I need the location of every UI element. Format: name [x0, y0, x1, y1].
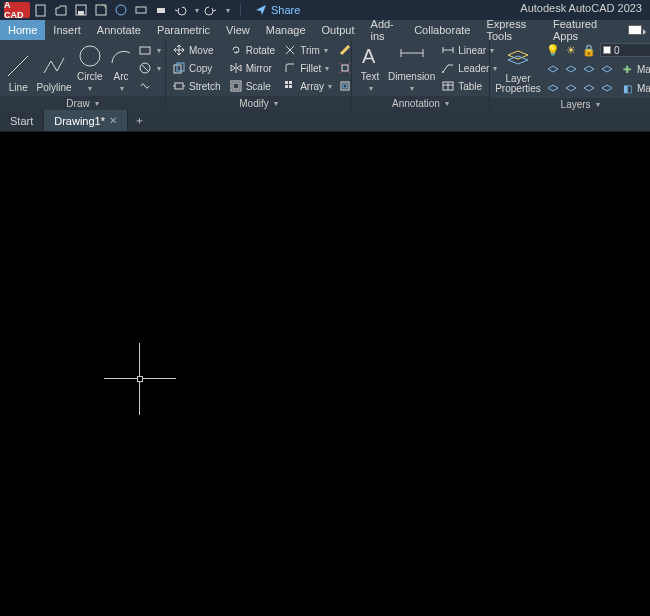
- fillet-button[interactable]: Fillet▾: [281, 60, 334, 76]
- undo-icon[interactable]: [174, 3, 188, 17]
- panel-annotation: A Text▾ Dimension▾ Linear▾ Leader▾ Table…: [352, 40, 490, 110]
- explode-icon[interactable]: [338, 61, 352, 75]
- app-logo[interactable]: A CAD: [4, 2, 30, 18]
- offset-icon[interactable]: [338, 79, 352, 93]
- svg-rect-0: [36, 5, 45, 16]
- layicon-7[interactable]: [582, 81, 596, 95]
- polyline-label: Polyline: [36, 82, 71, 93]
- svg-rect-22: [341, 82, 349, 90]
- panel-draw: Line Polyline Circle▾ Arc▾ ▾ ▾ Draw▾: [0, 40, 166, 110]
- layicon-2[interactable]: [564, 62, 578, 76]
- make-button[interactable]: ✚Make: [618, 62, 650, 76]
- close-tab-icon[interactable]: ✕: [109, 115, 117, 126]
- tab-express[interactable]: Express Tools: [478, 20, 545, 40]
- svg-point-4: [116, 5, 126, 15]
- app-title: Autodesk AutoCAD 2023: [520, 2, 642, 14]
- layicon-1[interactable]: [546, 62, 560, 76]
- layicon-4[interactable]: [600, 62, 614, 76]
- text-button[interactable]: A Text▾: [356, 43, 384, 93]
- panel-layers: Layer Properties 💡 ☀ 🔒 0 ✚: [490, 40, 650, 110]
- svg-point-31: [442, 71, 444, 73]
- svg-rect-5: [136, 7, 146, 13]
- circle-button[interactable]: Circle▾: [76, 43, 104, 93]
- undo-dropdown[interactable]: ▾: [195, 6, 199, 15]
- polyline-button[interactable]: Polyline: [36, 43, 71, 93]
- svg-rect-15: [233, 83, 239, 89]
- line-label: Line: [9, 82, 28, 93]
- panel-annotation-label[interactable]: Annotation▾: [352, 96, 489, 110]
- array-button[interactable]: Array▾: [281, 78, 334, 94]
- layicon-5[interactable]: [546, 81, 560, 95]
- svg-line-7: [8, 56, 28, 76]
- panel-layers-label[interactable]: Layers▾: [490, 98, 650, 110]
- svg-rect-23: [343, 84, 347, 88]
- stretch-button[interactable]: Stretch: [170, 78, 223, 94]
- bulb-icon[interactable]: 💡: [546, 43, 560, 57]
- quick-access-toolbar: ▾ ▾ Share: [34, 3, 300, 17]
- save-icon[interactable]: [74, 3, 88, 17]
- plot-icon[interactable]: [134, 3, 148, 17]
- drawing-canvas[interactable]: [0, 132, 650, 616]
- svg-rect-9: [140, 47, 150, 54]
- ellipse-icon[interactable]: [138, 79, 152, 93]
- tab-output[interactable]: Output: [314, 20, 363, 40]
- title-bar: A CAD ▾ ▾ Share Autodesk AutoCAD 2023: [0, 0, 650, 20]
- share-button[interactable]: Share: [255, 4, 300, 16]
- tab-extra[interactable]: [614, 20, 650, 40]
- tab-addins[interactable]: Add-ins: [363, 20, 407, 40]
- svg-point-8: [80, 46, 100, 66]
- panel-modify-label[interactable]: Modify▾: [166, 96, 351, 110]
- move-button[interactable]: Move: [170, 42, 223, 58]
- rotate-button[interactable]: Rotate: [227, 42, 277, 58]
- lock-icon[interactable]: 🔒: [582, 43, 596, 57]
- redo-dropdown[interactable]: ▾: [226, 6, 230, 15]
- tab-parametric[interactable]: Parametric: [149, 20, 218, 40]
- sun-icon[interactable]: ☀: [564, 43, 578, 57]
- document-tabs: Start Drawing1*✕ ＋: [0, 110, 650, 132]
- hatch-icon[interactable]: [138, 61, 152, 75]
- layer-color-swatch: [603, 46, 611, 54]
- layer-properties-button[interactable]: Layer Properties: [494, 44, 542, 94]
- erase-icon[interactable]: [338, 43, 352, 57]
- add-tab-button[interactable]: ＋: [128, 110, 152, 131]
- new-icon[interactable]: [34, 3, 48, 17]
- tab-insert[interactable]: Insert: [45, 20, 89, 40]
- layicon-8[interactable]: [600, 81, 614, 95]
- tab-home[interactable]: Home: [0, 20, 45, 40]
- ribbon-tabs: Home Insert Annotate Parametric View Man…: [0, 20, 650, 40]
- line-button[interactable]: Line: [4, 43, 32, 93]
- redo-icon[interactable]: [205, 3, 219, 17]
- trim-button[interactable]: Trim▾: [281, 42, 334, 58]
- tab-annotate[interactable]: Annotate: [89, 20, 149, 40]
- tab-manage[interactable]: Manage: [258, 20, 314, 40]
- share-label: Share: [271, 4, 300, 16]
- match-button[interactable]: ◧Match: [618, 81, 650, 95]
- rectangle-icon[interactable]: [138, 43, 152, 57]
- layprop-label: Layer Properties: [494, 74, 542, 94]
- dimension-label: Dimension: [388, 71, 435, 82]
- open-icon[interactable]: [54, 3, 68, 17]
- arc-label: Arc: [114, 71, 129, 82]
- panel-draw-label[interactable]: Draw▾: [0, 96, 165, 110]
- saveas-icon[interactable]: [94, 3, 108, 17]
- mirror-button[interactable]: Mirror: [227, 60, 277, 76]
- tab-featured[interactable]: Featured Apps: [545, 20, 614, 40]
- layicon-3[interactable]: [582, 62, 596, 76]
- svg-rect-14: [175, 83, 183, 89]
- svg-rect-6: [157, 8, 165, 13]
- dimension-button[interactable]: Dimension▾: [388, 43, 435, 93]
- print-icon[interactable]: [154, 3, 168, 17]
- arc-button[interactable]: Arc▾: [108, 43, 134, 93]
- tab-collaborate[interactable]: Collaborate: [406, 20, 478, 40]
- doc-tab-start[interactable]: Start: [0, 110, 44, 131]
- svg-rect-20: [289, 85, 292, 88]
- scale-button[interactable]: Scale: [227, 78, 277, 94]
- layer-combo[interactable]: 0: [600, 43, 650, 57]
- web-icon[interactable]: [114, 3, 128, 17]
- layicon-6[interactable]: [564, 81, 578, 95]
- copy-button[interactable]: Copy: [170, 60, 223, 76]
- svg-rect-18: [289, 81, 292, 84]
- tab-view[interactable]: View: [218, 20, 258, 40]
- svg-rect-19: [285, 85, 288, 88]
- doc-tab-drawing1[interactable]: Drawing1*✕: [44, 110, 128, 131]
